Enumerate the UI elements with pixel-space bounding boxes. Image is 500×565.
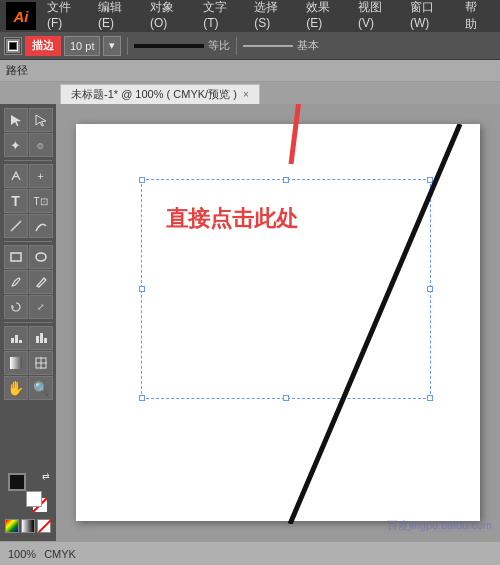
svg-line-0 [11, 221, 21, 231]
handle-top-left[interactable] [139, 177, 145, 183]
main-area: ✦ ⌾ + T T⊡ [0, 104, 500, 541]
column-graph-tool[interactable] [29, 326, 53, 350]
canvas-area: 直接点击此处 百度jingpo.baidu.com [56, 104, 500, 541]
area-type-tool[interactable]: T⊡ [29, 189, 53, 213]
svg-rect-7 [40, 333, 43, 343]
stroke-dropdown[interactable]: ▾ [103, 36, 121, 56]
stroke-preview-line [134, 44, 204, 48]
color-mode-button[interactable] [5, 519, 19, 533]
menu-edit[interactable]: 编辑(E) [93, 0, 143, 35]
tab-close-button[interactable]: × [243, 89, 249, 100]
svg-point-2 [36, 253, 46, 261]
stroke-button[interactable]: 描边 [25, 36, 61, 56]
tool-row-10 [4, 351, 53, 375]
direct-select-tool[interactable] [29, 108, 53, 132]
handle-bottom-mid[interactable] [283, 395, 289, 401]
sep1 [127, 37, 128, 55]
pen-tool[interactable] [4, 164, 28, 188]
tool-row-7 [4, 270, 53, 294]
sep2 [236, 37, 237, 55]
handle-mid-left[interactable] [139, 286, 145, 292]
tool-row-2: ✦ ⌾ [4, 133, 53, 157]
zoom-tool[interactable]: 🔍 [29, 376, 53, 400]
tool-row-4: T T⊡ [4, 189, 53, 213]
swap-colors-icon[interactable]: ⇄ [42, 471, 50, 481]
type-tool[interactable]: T [4, 189, 28, 213]
tool-sep-3 [4, 322, 52, 323]
ellipse-tool[interactable] [29, 245, 53, 269]
tool-row-8: ⤢ [4, 295, 53, 319]
ratio-label: 等比 [208, 38, 230, 53]
handle-mid-right[interactable] [427, 286, 433, 292]
tool-sep-2 [4, 241, 52, 242]
svg-rect-1 [11, 253, 21, 261]
options-toolbar: 描边 10 pt ▾ 等比 基本 [0, 32, 500, 60]
left-toolbar: ✦ ⌾ + T T⊡ [0, 104, 56, 541]
tab-bar: 未标题-1* @ 100% ( CMYK/预览 ) × [0, 82, 500, 104]
stroke-section: 描边 10 pt ▾ [4, 36, 121, 56]
handle-bottom-right[interactable] [427, 395, 433, 401]
handle-top-right[interactable] [427, 177, 433, 183]
no-color-button[interactable] [37, 519, 51, 533]
menu-text[interactable]: 文字(T) [198, 0, 247, 35]
svg-line-13 [290, 124, 460, 524]
select-tool[interactable] [4, 108, 28, 132]
svg-rect-8 [44, 338, 47, 343]
line-tool[interactable] [4, 214, 28, 238]
rotate-tool[interactable] [4, 295, 28, 319]
graph-tool[interactable] [4, 326, 28, 350]
menu-view[interactable]: 视图(V) [353, 0, 403, 35]
zoom-display: 100% [8, 548, 36, 560]
tool-row-5 [4, 214, 53, 238]
arc-tool[interactable] [29, 214, 53, 238]
gradient-mode-button[interactable] [21, 519, 35, 533]
magic-wand-tool[interactable]: ✦ [4, 133, 28, 157]
color-area: ⇄ [5, 473, 51, 537]
handle-top-mid[interactable] [283, 177, 289, 183]
menu-bar[interactable]: 文件(F) 编辑(E) 对象(O) 文字(T) 选择(S) 效果(E) 视图(V… [42, 0, 494, 35]
tool-row-11: ✋ 🔍 [4, 376, 53, 400]
hand-tool[interactable]: ✋ [4, 376, 28, 400]
add-anchor-tool[interactable]: + [29, 164, 53, 188]
paintbrush-tool[interactable] [4, 270, 28, 294]
stroke-swatch[interactable] [4, 37, 22, 55]
svg-rect-9 [10, 357, 22, 369]
menu-select[interactable]: 选择(S) [249, 0, 299, 35]
rect-tool[interactable] [4, 245, 28, 269]
lasso-tool[interactable]: ⌾ [29, 133, 53, 157]
tool-row-1 [4, 108, 53, 132]
annotation-text: 直接点击此处 [166, 204, 298, 234]
menu-file[interactable]: 文件(F) [42, 0, 91, 35]
svg-rect-3 [11, 338, 14, 343]
tool-row-9 [4, 326, 53, 350]
tab-title: 未标题-1* @ 100% ( CMYK/预览 ) [71, 87, 237, 102]
menu-effect[interactable]: 效果(E) [301, 0, 351, 35]
scale-tool[interactable]: ⤢ [29, 295, 53, 319]
tool-row-3: + [4, 164, 53, 188]
svg-rect-6 [36, 336, 39, 343]
diagonal-line [280, 124, 480, 524]
tool-sep-1 [4, 160, 52, 161]
gradient-tool[interactable] [4, 351, 28, 375]
menu-window[interactable]: 窗口(W) [405, 0, 458, 35]
annotation-arrow [246, 104, 336, 174]
svg-line-14 [291, 104, 301, 164]
menu-help[interactable]: 帮助 [460, 0, 494, 35]
fill-color-box[interactable] [26, 491, 42, 507]
annotation: 直接点击此处 [166, 204, 298, 234]
stroke-basic-line [243, 45, 293, 47]
color-mode-display: CMYK [44, 548, 76, 560]
path-label: 路径 [6, 63, 28, 78]
document-tab[interactable]: 未标题-1* @ 100% ( CMYK/预览 ) × [60, 84, 260, 104]
pencil-tool[interactable] [29, 270, 53, 294]
basic-label: 基本 [297, 38, 319, 53]
svg-rect-4 [15, 335, 18, 343]
menu-object[interactable]: 对象(O) [145, 0, 196, 35]
stroke-value[interactable]: 10 pt [64, 36, 100, 56]
stroke-color-box[interactable] [8, 473, 26, 491]
mesh-tool[interactable] [29, 351, 53, 375]
title-bar: Ai 文件(F) 编辑(E) 对象(O) 文字(T) 选择(S) 效果(E) 视… [0, 0, 500, 32]
tool-row-6 [4, 245, 53, 269]
handle-bottom-left[interactable] [139, 395, 145, 401]
selection-box [141, 179, 431, 399]
